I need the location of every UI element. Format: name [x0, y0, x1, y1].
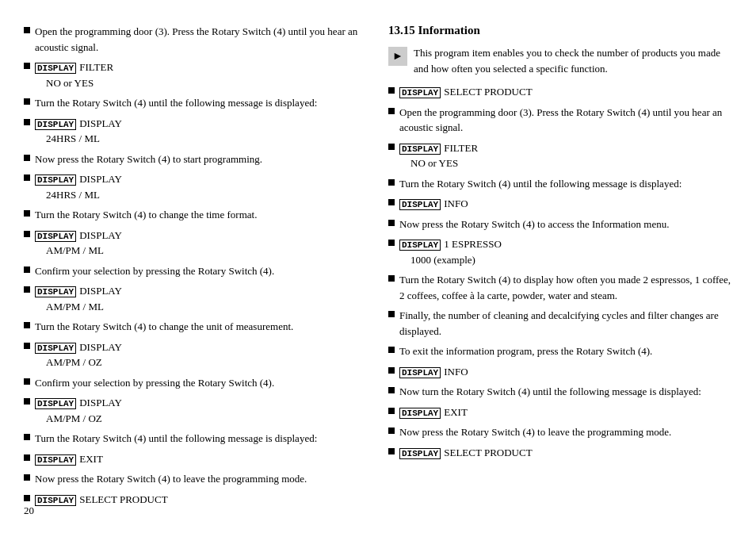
item-text: Open the programming door (3). Press the…	[35, 24, 365, 55]
list-item: DISPLAYDISPLAY AM/PM / OZ	[24, 339, 365, 370]
list-item: Now press the Rotary Switch (4) to leave…	[388, 424, 732, 440]
page-container: Open the programming door (3). Press the…	[24, 16, 732, 512]
item-text: Now press the Rotary Switch (4) to acces…	[399, 217, 732, 232]
display-sub: AM/PM / ML	[35, 243, 365, 259]
section-title: 13.15 Information	[388, 24, 732, 37]
bullet-icon	[24, 322, 30, 328]
display-sub: 24HRS / ML	[35, 187, 365, 203]
bullet-icon	[24, 266, 30, 273]
list-item: DISPLAYEXIT	[388, 405, 732, 420]
bullet-icon	[388, 144, 395, 150]
display-tag: DISPLAY	[399, 408, 441, 419]
item-text: Turn the Rotary Switch (4) to display ho…	[399, 272, 732, 303]
list-item: DISPLAYFILTER NO or YES	[24, 59, 365, 90]
item-text: Finally, the number of cleaning and deca…	[399, 308, 732, 339]
display-main: SELECT PRODUCT	[444, 86, 532, 98]
bullet-icon	[24, 495, 30, 501]
list-item: Turn the Rotary Switch (4) until the fol…	[24, 431, 365, 447]
info-box-text: This program item enables you to check t…	[414, 45, 732, 76]
display-item: DISPLAYSELECT PRODUCT	[399, 445, 732, 461]
bullet-icon	[388, 428, 395, 434]
bullet-icon	[24, 454, 30, 461]
right-list: DISPLAYSELECT PRODUCT Open the programmi…	[388, 84, 732, 460]
display-sub: NO or YES	[399, 155, 732, 171]
right-column: 13.15 Information ► This program item en…	[388, 16, 732, 512]
display-tag: DISPLAY	[399, 240, 441, 251]
display-main: SELECT PRODUCT	[444, 447, 532, 458]
bullet-icon	[24, 378, 30, 385]
display-tag: DISPLAY	[35, 119, 76, 130]
list-item: DISPLAYDISPLAY AM/PM / ML	[24, 228, 365, 259]
display-item: DISPLAYSELECT PRODUCT	[35, 492, 365, 508]
display-tag: DISPLAY	[35, 231, 76, 242]
bullet-icon	[388, 179, 395, 186]
display-sub: NO or YES	[35, 75, 365, 91]
bullet-icon	[24, 286, 30, 293]
display-main: INFO	[444, 366, 468, 378]
info-box: ► This program item enables you to check…	[388, 45, 732, 76]
list-item: Now press the Rotary Switch (4) to acces…	[388, 217, 732, 232]
display-item: DISPLAYDISPLAY AM/PM / OZ	[35, 395, 365, 426]
list-item: Turn the Rotary Switch (4) until the fol…	[388, 176, 732, 192]
bullet-icon	[24, 434, 30, 440]
list-item: DISPLAYSELECT PRODUCT	[388, 84, 732, 100]
item-text: Now press the Rotary Switch (4) to leave…	[35, 471, 365, 487]
item-text: Confirm your selection by pressing the R…	[35, 263, 365, 279]
bullet-icon	[24, 398, 30, 405]
left-column: Open the programming door (3). Press the…	[24, 16, 365, 512]
display-item: DISPLAYFILTER NO or YES	[35, 59, 365, 90]
display-item: DISPLAYEXIT	[399, 405, 732, 420]
info-arrow-icon: ►	[388, 47, 407, 66]
item-text: Turn the Rotary Switch (4) to change the…	[35, 207, 365, 223]
item-text: Turn the Rotary Switch (4) until the fol…	[35, 431, 365, 447]
bullet-icon	[388, 408, 395, 414]
bullet-icon	[388, 347, 395, 353]
display-tag: DISPLAY	[35, 398, 76, 409]
display-main: INFO	[444, 197, 468, 209]
list-item: DISPLAY1 ESPRESSO 1000 (example)	[388, 236, 732, 267]
display-main: DISPLAY	[79, 117, 122, 129]
display-item: DISPLAYINFO	[399, 196, 732, 212]
list-item: DISPLAYSELECT PRODUCT	[24, 492, 365, 508]
page-number: 20	[24, 504, 34, 517]
list-item: Turn the Rotary Switch (4) to change the…	[24, 207, 365, 223]
display-main: EXIT	[444, 406, 468, 418]
bullet-icon	[24, 474, 30, 481]
list-item: Turn the Rotary Switch (4) to display ho…	[388, 272, 732, 303]
display-sub: AM/PM / OZ	[35, 411, 365, 427]
list-item: DISPLAYDISPLAY 24HRS / ML	[24, 116, 365, 147]
list-item: Finally, the number of cleaning and deca…	[388, 308, 732, 339]
display-main: FILTER	[444, 142, 478, 154]
display-item: DISPLAYDISPLAY AM/PM / ML	[35, 283, 365, 314]
display-main: DISPLAY	[79, 285, 122, 297]
list-item: DISPLAYDISPLAY AM/PM / OZ	[24, 395, 365, 426]
display-main: DISPLAY	[79, 173, 122, 185]
list-item: To exit the information program, press t…	[388, 343, 732, 359]
display-main: DISPLAY	[79, 229, 122, 241]
display-main: FILTER	[79, 61, 113, 73]
left-list: Open the programming door (3). Press the…	[24, 24, 365, 507]
item-text: Now press the Rotary Switch (4) to start…	[35, 151, 365, 167]
list-item: Now press the Rotary Switch (4) to leave…	[24, 471, 365, 487]
display-main: DISPLAY	[79, 397, 122, 408]
list-item: Turn the Rotary Switch (4) to change the…	[24, 319, 365, 335]
display-tag: DISPLAY	[35, 495, 76, 506]
list-item: DISPLAYINFO	[388, 196, 732, 212]
list-item: Now turn the Rotary Switch (4) until the…	[388, 384, 732, 400]
bullet-icon	[24, 98, 30, 105]
display-tag: DISPLAY	[35, 343, 76, 354]
list-item: Now press the Rotary Switch (4) to start…	[24, 151, 365, 167]
display-tag: DISPLAY	[35, 454, 76, 466]
list-item: Open the programming door (3). Press the…	[388, 105, 732, 136]
display-main: EXIT	[79, 453, 103, 465]
display-item: DISPLAYDISPLAY AM/PM / OZ	[35, 339, 365, 370]
bullet-icon	[388, 387, 395, 393]
list-item: DISPLAYEXIT	[24, 451, 365, 467]
bullet-icon	[24, 27, 30, 33]
display-tag: DISPLAY	[399, 144, 441, 155]
list-item: DISPLAYDISPLAY AM/PM / ML	[24, 283, 365, 314]
item-text: Turn the Rotary Switch (4) to change the…	[35, 319, 365, 335]
display-item: DISPLAYINFO	[399, 364, 732, 380]
bullet-icon	[388, 199, 395, 205]
list-item: DISPLAYDISPLAY 24HRS / ML	[24, 171, 365, 202]
